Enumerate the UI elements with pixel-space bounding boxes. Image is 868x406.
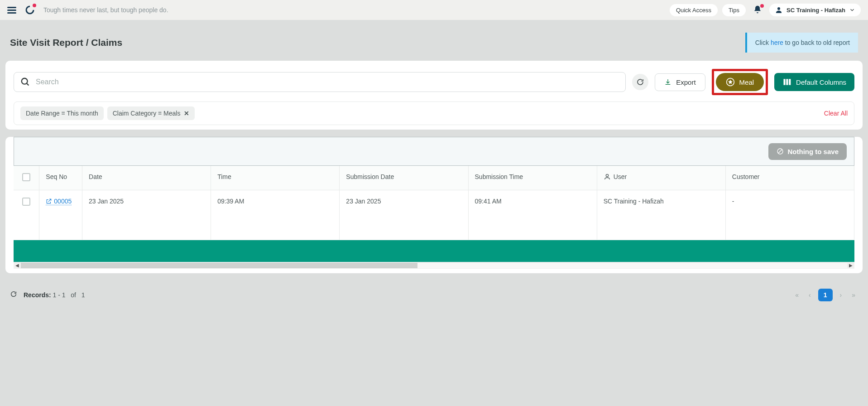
pager-first[interactable]: « (792, 290, 801, 300)
search-field[interactable] (14, 72, 626, 92)
svg-rect-4 (784, 79, 786, 85)
pager-prev[interactable]: ‹ (806, 290, 814, 300)
seq-link[interactable]: 00005 (46, 198, 72, 205)
download-icon (664, 78, 671, 86)
table-row: 00005 23 Jan 2025 09:39 AM 23 Jan 2025 0… (14, 190, 854, 240)
page-title: Site Visit Report / Claims (10, 37, 122, 48)
totals-row (14, 240, 854, 262)
scroll-left-icon[interactable]: ◀ (14, 263, 21, 268)
columns-icon (782, 77, 791, 87)
records-of: of (71, 291, 76, 299)
tagline: Tough times never last, but tough people… (43, 6, 662, 14)
cell-time: 09:39 AM (211, 190, 340, 240)
svg-rect-5 (786, 79, 788, 85)
old-report-link[interactable]: here (771, 39, 783, 46)
cell-customer: - (725, 190, 854, 240)
svg-rect-6 (789, 79, 791, 85)
refresh-icon (636, 78, 644, 86)
cell-submission-date: 23 Jan 2025 (340, 190, 468, 240)
search-icon (20, 77, 30, 87)
scroll-thumb[interactable] (21, 263, 417, 268)
export-button[interactable]: Export (655, 73, 705, 91)
col-time[interactable]: Time (211, 166, 340, 190)
notifications-icon[interactable] (750, 5, 765, 15)
col-submission-time[interactable]: Submission Time (468, 166, 597, 190)
filter-chip-claim-category[interactable]: Claim Category = Meals ✕ (107, 106, 195, 120)
col-customer[interactable]: Customer (725, 166, 854, 190)
refresh-records-icon[interactable] (10, 290, 17, 299)
svg-point-0 (777, 7, 780, 10)
pager-next[interactable]: › (837, 290, 845, 300)
refresh-button[interactable] (632, 74, 648, 90)
tips-button[interactable]: Tips (722, 4, 746, 16)
col-user[interactable]: User (597, 166, 725, 190)
row-checkbox[interactable] (22, 198, 30, 206)
meal-button[interactable]: Meal (716, 73, 764, 91)
quick-access-button[interactable]: Quick Access (670, 4, 718, 16)
old-report-notice: Click here to go back to old report (745, 33, 858, 53)
clear-all-filters[interactable]: Clear All (824, 110, 848, 117)
horizontal-scrollbar[interactable]: ◀ ▶ (14, 262, 854, 269)
user-icon (604, 173, 611, 180)
chevron-down-icon (849, 7, 855, 13)
pager-last[interactable]: » (849, 290, 858, 300)
col-date[interactable]: Date (82, 166, 211, 190)
cell-date: 23 Jan 2025 (82, 190, 211, 240)
ban-icon (777, 148, 784, 155)
svg-point-9 (606, 174, 608, 177)
app-logo[interactable] (24, 5, 35, 15)
user-menu[interactable]: SC Training - Hafizah (769, 4, 861, 16)
avatar-icon (775, 6, 783, 14)
nothing-to-save-button: Nothing to save (768, 143, 847, 160)
svg-line-8 (778, 150, 782, 153)
star-icon (726, 77, 735, 87)
cell-user: SC Training - Hafizah (597, 190, 725, 240)
records-label: Records: (24, 291, 51, 299)
default-columns-button[interactable]: Default Columns (774, 73, 854, 91)
menu-icon[interactable] (7, 7, 16, 14)
pager-current[interactable]: 1 (818, 289, 833, 301)
select-all-checkbox[interactable] (22, 173, 30, 181)
svg-point-1 (22, 78, 28, 84)
external-link-icon (46, 198, 52, 204)
search-input[interactable] (36, 78, 619, 86)
records-range: 1 - 1 (53, 291, 66, 299)
table-header-row: Seq No Date Time Submission Date Submiss… (14, 166, 854, 190)
highlight-meal: Meal (712, 69, 768, 95)
pagination: « ‹ 1 › » (792, 289, 858, 301)
svg-line-2 (27, 83, 29, 86)
scroll-right-icon[interactable]: ▶ (847, 263, 854, 268)
col-submission-date[interactable]: Submission Date (340, 166, 468, 190)
col-seq-no[interactable]: Seq No (39, 166, 82, 190)
user-name-label: SC Training - Hafizah (786, 7, 845, 14)
remove-filter-icon[interactable]: ✕ (184, 110, 189, 117)
cell-submission-time: 09:41 AM (468, 190, 597, 240)
filter-chip-date-range[interactable]: Date Range = This month (20, 106, 104, 120)
records-total: 1 (82, 291, 85, 299)
